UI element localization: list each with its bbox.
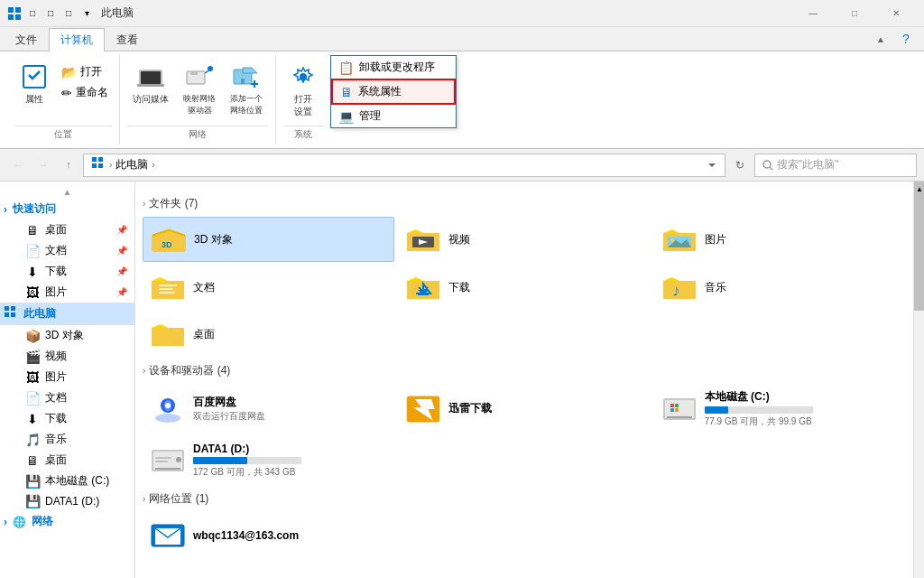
d-drive-bar <box>193 457 247 464</box>
ribbon-up-arrow[interactable]: ▲ <box>870 28 892 50</box>
close-button[interactable]: ✕ <box>875 0 917 27</box>
drive-item-c[interactable]: 本地磁盘 (C:) 77.9 GB 可用，共 99.9 GB <box>654 384 906 434</box>
svg-rect-2 <box>8 14 14 20</box>
up-button[interactable]: ↑ <box>58 154 79 176</box>
video-label: 视频 <box>45 349 67 364</box>
folder-item-document[interactable]: 文档 <box>143 266 394 309</box>
system-items: 打开设置 📋 卸载或更改程序 🖥 系统属性 💻 管理 <box>283 59 323 122</box>
folder-item-music[interactable]: ♪ 音乐 <box>654 266 906 309</box>
back-button[interactable]: ← <box>7 154 29 176</box>
desktop-icon: 🖥 <box>25 223 40 238</box>
sidebar-item-pictures[interactable]: 🖼 图片 📌 <box>0 282 134 303</box>
xunlei-icon <box>405 391 441 427</box>
address-input[interactable]: › 此电脑 › <box>83 154 725 177</box>
svg-line-24 <box>770 167 772 170</box>
folder-item-picture[interactable]: 图片 <box>654 217 906 262</box>
uninstall-label: 卸载或更改程序 <box>359 60 435 75</box>
search-box[interactable]: 搜索"此电脑" <box>754 154 917 177</box>
quick-icon-2[interactable]: □ <box>43 6 58 21</box>
sidebar-item-3d[interactable]: 📦 3D 对象 <box>0 325 134 346</box>
sidebar-section-quick-access[interactable]: › 快速访问 <box>0 199 134 219</box>
documents-icon: 📄 <box>25 244 40 258</box>
network-email-name: wbqc1134@163.com <box>193 529 387 542</box>
map-drive-button[interactable]: 映射网络驱动器 <box>178 59 221 120</box>
drive-item-xunlei[interactable]: 迅雷下载 <box>398 384 650 434</box>
sidebar-item-desktop[interactable]: 🖥 桌面 📌 <box>0 219 134 240</box>
xunlei-name: 迅雷下载 <box>448 401 642 416</box>
drive-item-baidu[interactable]: 百度网盘 双击运行百度网盘 <box>143 384 394 434</box>
desk-icon: 🖥 <box>25 453 40 468</box>
sidebar-item-video[interactable]: 🎬 视频 <box>0 346 134 367</box>
sidebar-item-cdrive[interactable]: 💾 本地磁盘 (C:) <box>0 471 134 491</box>
sidebar-item-music[interactable]: 🎵 音乐 <box>0 429 134 450</box>
folder-item-video[interactable]: 视频 <box>398 217 650 262</box>
ribbon-help[interactable]: ? <box>895 28 917 50</box>
folder-name-music: 音乐 <box>705 280 726 295</box>
network-grid: wbqc1134@163.com <box>143 512 906 559</box>
ribbon-tabs: 文件 计算机 查看 ▲ ? <box>0 27 924 51</box>
scrollbar-thumb[interactable] <box>914 196 924 311</box>
uninstall-button[interactable]: 📋 卸载或更改程序 <box>331 56 456 79</box>
tab-computer[interactable]: 计算机 <box>49 28 105 51</box>
open-settings-button[interactable]: 打开设置 <box>283 59 323 122</box>
open-settings-label: 打开设置 <box>294 93 312 118</box>
map-drive-icon <box>185 62 214 91</box>
dropdown-arrow-icon <box>707 160 717 171</box>
documents-label: 文档 <box>45 243 67 258</box>
tab-file[interactable]: 文件 <box>4 28 49 51</box>
svg-point-23 <box>763 161 771 168</box>
network-item-email[interactable]: wbqc1134@163.com <box>143 512 394 559</box>
sidebar-scroll-up: ▲ <box>0 185 134 199</box>
dropdown-arrow[interactable]: ▾ <box>79 6 94 21</box>
tab-view[interactable]: 查看 <box>105 28 150 51</box>
system-group-label: 系统 <box>283 126 323 141</box>
folder-item-3d[interactable]: 3D 3D 对象 <box>143 217 394 262</box>
pictures-label: 图片 <box>45 284 67 300</box>
network-group-label: 网络 <box>127 126 268 141</box>
folder-icon-music: ♪ <box>661 271 698 303</box>
sidebar-item-doc[interactable]: 📄 文档 <box>0 387 134 408</box>
folder-name-desktop: 桌面 <box>193 327 215 342</box>
network-items: 访问媒体 映射网络驱动器 <box>127 59 268 122</box>
add-network-button[interactable]: 添加一个网络位置 <box>225 59 268 120</box>
svg-rect-80 <box>155 468 180 470</box>
folder-item-desktop[interactable]: 桌面 <box>143 312 394 356</box>
sidebar-item-pic[interactable]: 🖼 图片 <box>0 367 134 387</box>
svg-rect-83 <box>155 461 168 462</box>
svg-rect-1 <box>15 7 21 13</box>
manage-button[interactable]: 💻 管理 <box>331 105 456 127</box>
scrollbar-up[interactable]: ▲ <box>914 182 924 196</box>
forward-button[interactable]: → <box>32 154 54 176</box>
sidebar-item-desk[interactable]: 🖥 桌面 <box>0 450 134 471</box>
svg-rect-48 <box>159 284 177 286</box>
sidebar-item-documents[interactable]: 📄 文档 📌 <box>0 240 134 261</box>
media-button[interactable]: 访问媒体 <box>127 59 174 109</box>
network-section-header[interactable]: › 网络位置 (1) <box>143 491 906 507</box>
open-button[interactable]: 📂 打开 <box>58 62 112 81</box>
folders-section-header[interactable]: › 文件夹 (7) <box>143 196 906 211</box>
quick-icon-3[interactable]: □ <box>61 6 76 21</box>
quick-icon-1[interactable]: □ <box>25 6 40 21</box>
maximize-button[interactable]: □ <box>834 0 875 27</box>
sidebar-item-ddrive[interactable]: 💾 DATA1 (D:) <box>0 491 134 511</box>
sidebar-item-downloads[interactable]: ⬇ 下载 📌 <box>0 261 134 282</box>
sidebar-item-dl[interactable]: ⬇ 下载 <box>0 408 134 429</box>
refresh-button[interactable]: ↻ <box>729 154 751 176</box>
system-properties-button[interactable]: 🖥 系统属性 <box>331 79 456 105</box>
ribbon-group-system: 打开设置 📋 卸载或更改程序 🖥 系统属性 💻 管理 <box>276 55 330 144</box>
properties-button[interactable]: 属性 <box>14 59 54 109</box>
sidebar-section-this-pc[interactable]: 此电脑 <box>0 303 134 325</box>
svg-rect-49 <box>159 288 173 290</box>
rename-button[interactable]: ✏ 重命名 <box>58 83 112 102</box>
scrollbar[interactable]: ▲ ▼ <box>913 182 924 578</box>
sidebar-section-network[interactable]: › 🌐 网络 <box>0 511 134 532</box>
folder-item-download[interactable]: 下载 <box>398 266 650 309</box>
drive-item-d[interactable]: DATA1 (D:) 172 GB 可用，共 343 GB <box>143 437 394 484</box>
folder-name-download: 下载 <box>448 280 470 295</box>
svg-rect-18 <box>92 157 97 162</box>
folder-grid: 3D 3D 对象 视频 <box>143 217 906 356</box>
devices-section-header[interactable]: › 设备和驱动器 (4) <box>143 363 906 378</box>
minimize-button[interactable]: — <box>792 0 834 27</box>
svg-point-81 <box>176 457 181 462</box>
this-pc-icon <box>4 305 18 322</box>
